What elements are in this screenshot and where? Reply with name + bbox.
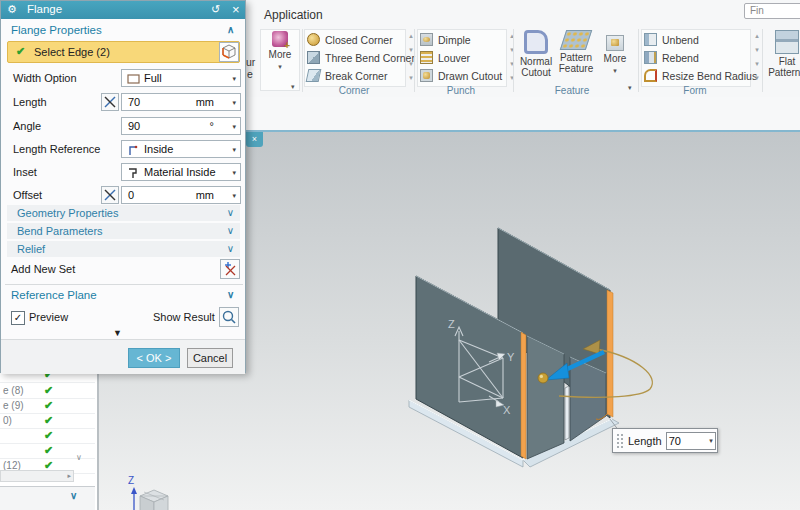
offset-value-field[interactable]: 0 mm ▾	[121, 186, 241, 204]
flange-dialog: ⚙ Flange ↺ × Flange Properties ∧ ✔ Selec…	[0, 0, 246, 373]
material-inside-icon	[127, 167, 139, 179]
panel-gap-relief	[565, 386, 569, 440]
preview-checkbox[interactable]: ✓	[11, 311, 25, 325]
group-separator	[302, 29, 303, 92]
length-reference-dropdown[interactable]: Inside ▾	[121, 140, 241, 158]
corner-group-listbox: Closed Corner Three Bend Corner Break Co…	[304, 29, 406, 87]
width-option-dropdown[interactable]: Full ▾	[121, 69, 241, 87]
louver-icon	[420, 51, 433, 64]
edge-filter-cube-button[interactable]	[219, 42, 239, 62]
partial-button-label-fragment[interactable]: ur	[246, 56, 255, 68]
length-reference-label: Length Reference	[13, 143, 100, 155]
scroll-right-icon[interactable]: ▸	[67, 472, 71, 480]
corner-gallery-scroll[interactable]: ▴▾▾▾	[405, 29, 417, 85]
dimple-icon	[420, 33, 433, 46]
expand-chevron-icon[interactable]: ∨	[227, 289, 234, 300]
rebend-icon	[644, 51, 657, 64]
length-label: Length	[628, 435, 662, 447]
dialog-titlebar[interactable]: ⚙ Flange ↺ ×	[1, 1, 245, 19]
angle-label: Angle	[13, 120, 41, 132]
bend-more-button[interactable]: More ▾	[260, 29, 300, 91]
view-triad-z-label: Z	[128, 475, 134, 486]
drag-handle-icon[interactable]	[616, 433, 624, 448]
button-pattern-feature[interactable]: PatternFeature	[557, 29, 595, 89]
panel-collapse-icon[interactable]: ∨	[70, 490, 77, 501]
form-group-label: Form	[641, 85, 749, 96]
view-orientation-triad: Z	[115, 468, 185, 510]
button-louver[interactable]: Louver	[420, 49, 470, 66]
onscreen-length-input[interactable]: Length 70 ▾	[612, 428, 718, 453]
tree-row[interactable]: e (9)✔	[0, 398, 95, 414]
button-rebend[interactable]: Rebend	[644, 49, 699, 66]
nx-application-window: ls Application Fin ur e More ▾ ▾ Closed …	[0, 0, 800, 510]
section-bend-parameters[interactable]: Bend Parameters∨	[7, 223, 240, 239]
add-new-set-icon	[221, 260, 239, 278]
group-separator	[638, 29, 639, 92]
group-dropdown-arrow-icon[interactable]: ▾	[291, 83, 295, 91]
section-reference-plane[interactable]: Reference Plane	[11, 289, 97, 301]
section-geometry-properties[interactable]: Geometry Properties∨	[7, 205, 240, 221]
closed-corner-icon	[307, 33, 320, 46]
dialog-collapse-arrow-icon[interactable]: ▼	[113, 328, 122, 338]
preview-label: Preview	[29, 311, 68, 323]
cancel-button[interactable]: Cancel	[187, 348, 233, 368]
group-dropdown-arrow-icon[interactable]: ▾	[628, 84, 632, 92]
length-measure-button[interactable]	[101, 93, 119, 111]
width-option-label: Width Option	[13, 72, 77, 84]
drag-sphere-handle[interactable]	[538, 373, 548, 383]
wcs-z-label: Z	[448, 318, 455, 330]
button-dimple[interactable]: Dimple	[420, 31, 471, 48]
section-relief[interactable]: Relief∨	[7, 241, 240, 257]
corner-group-label: Corner	[304, 85, 404, 96]
button-normal-cutout[interactable]: NormalCutout	[517, 29, 555, 89]
length-value-input[interactable]: 70 ▾	[666, 432, 716, 450]
break-corner-icon	[306, 69, 322, 82]
select-edge-row[interactable]: ✔ Select Edge (2)	[7, 41, 240, 63]
dropdown-arrow-icon: ▾	[232, 169, 236, 177]
add-new-set-button[interactable]	[220, 259, 240, 279]
dropdown-arrow-icon: ▾	[232, 146, 236, 154]
tree-row[interactable]: 0)✔	[0, 413, 95, 429]
scroll-down-icon[interactable]: ∨	[76, 453, 82, 462]
tree-row[interactable]: ✔	[0, 428, 95, 444]
tree-row[interactable]: ✔	[0, 373, 95, 383]
measure-icon	[102, 187, 118, 203]
find-command-input[interactable]: Fin	[744, 3, 800, 19]
group-separator	[414, 29, 415, 92]
more-gallery-icon	[272, 31, 288, 47]
length-value-field[interactable]: 70 mm ▾	[121, 93, 241, 111]
partial-button-label-fragment-2[interactable]: e	[247, 68, 253, 80]
button-unbend[interactable]: Unbend	[644, 31, 699, 48]
button-break-corner[interactable]: Break Corner	[307, 67, 387, 84]
button-flat-pattern[interactable]: Flat Pattern ▾	[766, 29, 800, 89]
tab-application[interactable]: Application	[264, 8, 323, 22]
group-separator	[513, 29, 514, 92]
graphics-top-border	[246, 130, 800, 132]
add-new-set-label: Add New Set	[11, 263, 75, 275]
horizontal-scrollbar[interactable]: ▸	[0, 470, 74, 482]
close-icon[interactable]: ×	[232, 2, 240, 17]
tree-row[interactable]: e (8)✔	[0, 383, 95, 399]
section-flange-properties[interactable]: Flange Properties	[11, 24, 102, 36]
button-three-bend-corner[interactable]: Three Bend Corner	[307, 49, 415, 66]
reset-icon[interactable]: ↺	[211, 3, 220, 16]
dialog-rail-close-icon[interactable]: ×	[246, 132, 263, 147]
button-resize-bend-radius[interactable]: Resize Bend Radius	[644, 67, 757, 84]
button-closed-corner[interactable]: Closed Corner	[307, 31, 393, 48]
punch-group-label: Punch	[417, 85, 505, 96]
feature-more-button[interactable]: More▾	[599, 29, 631, 89]
inset-label: Inset	[13, 166, 37, 178]
expand-chevron-icon: ∨	[227, 207, 234, 218]
angle-value-field[interactable]: 90 ° ▾	[121, 117, 241, 135]
show-result-button[interactable]	[219, 307, 239, 327]
dropdown-arrow-icon: ▾	[709, 437, 713, 445]
inset-dropdown[interactable]: Material Inside ▾	[121, 163, 241, 181]
drawn-cutout-icon	[420, 69, 433, 82]
collapse-chevron-icon[interactable]: ∧	[227, 24, 234, 35]
ok-button[interactable]: < OK >	[128, 348, 180, 368]
three-bend-corner-icon	[307, 51, 320, 64]
normal-cutout-icon	[524, 30, 548, 54]
button-drawn-cutout[interactable]: Drawn Cutout	[420, 67, 502, 84]
offset-measure-button[interactable]	[101, 186, 119, 204]
checkmark-icon: ✔	[44, 444, 53, 457]
